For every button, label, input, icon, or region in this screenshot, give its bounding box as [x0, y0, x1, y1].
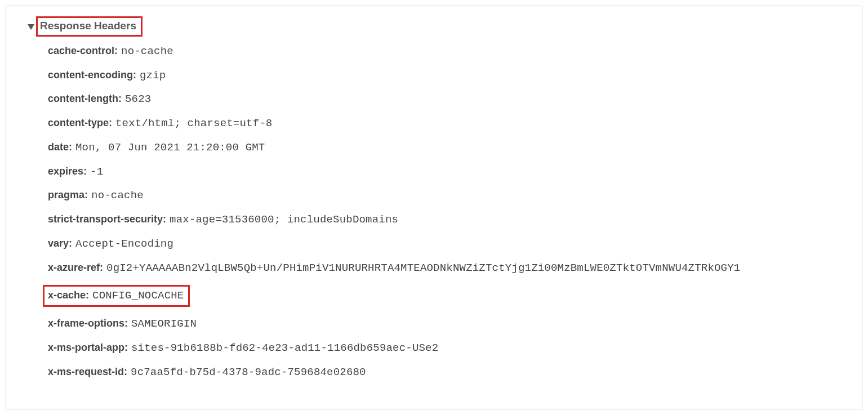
header-key: pragma: [48, 189, 84, 200]
header-value: gzip: [140, 69, 166, 82]
header-value: Mon, 07 Jun 2021 21:20:00 GMT: [75, 141, 265, 154]
header-key: vary: [48, 238, 69, 249]
header-key: x-azure-ref: [48, 262, 100, 273]
header-key: content-type: [48, 117, 109, 128]
colon: :: [124, 366, 127, 377]
colon: :: [133, 69, 136, 81]
header-key: x-ms-portal-app: [48, 342, 124, 353]
header-key: x-cache: [48, 289, 86, 301]
header-value: 9c7aa5fd-b75d-4378-9adc-759684e02680: [131, 366, 366, 378]
section-title: Response Headers: [36, 16, 143, 37]
highlight-box: x-cache:CONFIG_NOCACHE: [43, 285, 190, 307]
header-row-date: date:Mon, 07 Jun 2021 21:20:00 GMT: [48, 141, 849, 155]
colon: :: [163, 213, 166, 225]
colon: :: [84, 189, 88, 200]
header-key: content-length: [48, 93, 118, 104]
header-key: cache-control: [48, 45, 114, 56]
header-value: no-cache: [121, 45, 173, 57]
colon: :: [124, 318, 128, 329]
colon: :: [100, 262, 103, 273]
colon: :: [109, 117, 112, 128]
header-row-pragma: pragma:no-cache: [48, 189, 849, 203]
header-value: max-age=31536000; includeSubDomains: [170, 213, 398, 226]
header-row-x-cache: x-cache:CONFIG_NOCACHE: [48, 285, 849, 307]
header-row-expires: expires:-1: [48, 165, 849, 179]
header-row-x-frame-options: x-frame-options:SAMEORIGIN: [48, 317, 849, 331]
header-row-content-length: content-length:5623: [48, 92, 849, 106]
header-value: 5623: [125, 93, 151, 105]
header-row-vary: vary:Accept-Encoding: [48, 237, 849, 251]
header-row-x-ms-portal-app: x-ms-portal-app:sites-91b6188b-fd62-4e23…: [48, 341, 849, 355]
header-value: SAMEORIGIN: [131, 318, 197, 330]
header-row-cache-control: cache-control:no-cache: [48, 44, 849, 59]
header-value: CONFIG_NOCACHE: [92, 289, 184, 302]
colon: :: [86, 289, 89, 301]
header-key: date: [48, 141, 69, 153]
colon: :: [69, 141, 72, 153]
colon: :: [83, 166, 87, 177]
colon: :: [69, 238, 72, 249]
header-value: no-cache: [91, 189, 144, 202]
header-key: content-encoding: [48, 69, 133, 81]
colon: :: [124, 342, 128, 353]
header-value: sites-91b6188b-fd62-4e23-ad11-1166db659a…: [131, 342, 438, 354]
header-row-x-ms-request-id: x-ms-request-id:9c7aa5fd-b75d-4378-9adc-…: [48, 365, 849, 380]
header-value: text/html; charset=utf-8: [115, 117, 272, 130]
header-key: x-ms-request-id: [48, 366, 124, 377]
header-value: -1: [90, 166, 103, 178]
colon: :: [114, 45, 118, 56]
header-value: 0gI2+YAAAAABn2VlqLBW5Qb+Un/PHimPiV1NURUR…: [106, 262, 740, 274]
header-key: x-frame-options: [48, 318, 124, 329]
header-value: Accept-Encoding: [75, 238, 173, 250]
header-row-content-type: content-type:text/html; charset=utf-8: [48, 117, 849, 131]
headers-list: cache-control:no-cache content-encoding:…: [48, 44, 849, 380]
response-headers-panel: Response Headers cache-control:no-cache …: [6, 6, 862, 409]
collapse-triangle-icon[interactable]: [28, 24, 34, 30]
header-key: expires: [48, 166, 83, 177]
header-row-strict-transport-security: strict-transport-security:max-age=315360…: [48, 213, 849, 227]
section-header[interactable]: Response Headers: [28, 16, 849, 37]
header-key: strict-transport-security: [48, 213, 163, 225]
colon: :: [118, 93, 122, 104]
header-row-content-encoding: content-encoding:gzip: [48, 69, 849, 83]
header-row-x-azure-ref: x-azure-ref:0gI2+YAAAAABn2VlqLBW5Qb+Un/P…: [48, 261, 849, 275]
